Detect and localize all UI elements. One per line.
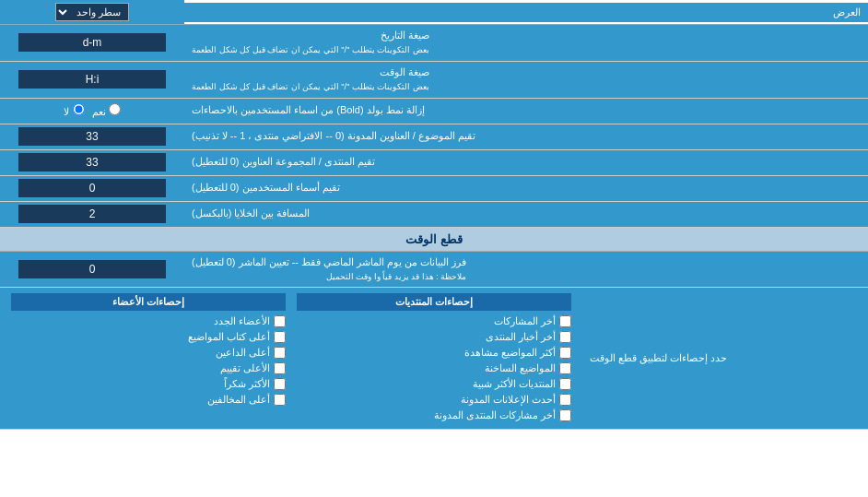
stats-col-members: إحصاءات الأعضاء الأعضاء الجدد أعلى كتاب …	[6, 291, 291, 425]
stats-checkbox-member-2[interactable]	[274, 331, 286, 343]
bold-remove-radio-cell: نعم لا	[0, 99, 184, 124]
stats-item-member-6: أعلى المخالفين	[11, 392, 286, 408]
cell-spacing-label-text: المسافة بين الخلايا (بالبكسل)	[192, 207, 311, 220]
stats-checkbox-forum-6[interactable]	[559, 394, 571, 406]
stats-checkbox-member-1[interactable]	[274, 315, 286, 327]
stats-checkbox-member-4[interactable]	[274, 362, 286, 374]
stats-item-member-4: الأعلى تقييم	[11, 361, 286, 376]
topic-sort-label: تقيم الموضوع / العناوين المدونة (0 -- ال…	[184, 124, 868, 149]
stats-item-member-2: أعلى كتاب المواضيع	[11, 329, 286, 345]
forum-sort-input-cell	[0, 150, 184, 175]
stats-col-members-header: إحصاءات الأعضاء	[11, 293, 286, 311]
stats-item-forum-2-label: أخر أخبار المنتدى	[486, 331, 556, 343]
cell-spacing-input[interactable]	[18, 205, 166, 223]
cutoff-days-input-cell	[0, 252, 184, 288]
user-sort-label: تقيم أسماء المستخدمين (0 للتعطيل)	[184, 176, 868, 201]
stats-item-forum-3: أكثر المواضيع مشاهدة	[297, 345, 571, 361]
cell-spacing-label: المسافة بين الخلايا (بالبكسل)	[184, 202, 868, 227]
time-format-input-cell	[0, 62, 184, 98]
stats-item-forum-4-label: المواضيع الساخنة	[485, 362, 556, 374]
stats-checkbox-forum-4[interactable]	[559, 362, 571, 374]
time-format-label: صيغة الوقتبعض التكوينات يتطلب "/" التي ي…	[184, 62, 868, 98]
stats-item-forum-4: المواضيع الساخنة	[297, 361, 571, 376]
bold-remove-yes-label: نعم	[92, 103, 121, 118]
date-format-label: صيغة التاريخبعض التكوينات يتطلب "/" التي…	[184, 25, 868, 61]
topic-sort-label-text: تقيم الموضوع / العناوين المدونة (0 -- ال…	[192, 129, 475, 143]
stats-checkbox-forum-1[interactable]	[559, 315, 571, 327]
bold-remove-yes-radio[interactable]	[109, 103, 121, 115]
date-format-row: صيغة التاريخبعض التكوينات يتطلب "/" التي…	[0, 25, 868, 62]
cutoff-days-label: فرز البيانات من يوم الماشر الماضي فقط --…	[184, 252, 868, 288]
stats-item-member-6-label: أعلى المخالفين	[207, 394, 270, 406]
stats-item-member-3: أعلى الداعين	[11, 345, 286, 361]
user-sort-label-text: تقيم أسماء المستخدمين (0 للتعطيل)	[192, 181, 340, 195]
time-format-input[interactable]	[18, 70, 166, 89]
stats-item-forum-1: أخر المشاركات	[297, 314, 571, 329]
stats-section-label: حدد إحصاءات لتطبيق قطع الوقت	[582, 288, 868, 429]
forum-sort-input[interactable]	[18, 153, 166, 172]
display-row: العرض سطر واحد سطران ثلاثة أسطر	[0, 0, 868, 25]
stats-checkbox-member-3[interactable]	[274, 347, 286, 359]
stats-checkbox-forum-2[interactable]	[559, 331, 571, 343]
display-select-cell: سطر واحد سطران ثلاثة أسطر	[0, 0, 184, 24]
cutoff-section-title: قطع الوقت	[405, 232, 463, 246]
stats-item-forum-5: المنتديات الأكثر شبية	[297, 376, 571, 392]
stats-item-forum-7-label: أخر مشاركات المنتدى المدونة	[434, 409, 556, 421]
cell-spacing-input-cell	[0, 202, 184, 227]
stats-item-forum-2: أخر أخبار المنتدى	[297, 329, 571, 345]
stats-section-row: حدد إحصاءات لتطبيق قطع الوقت إحصاءات الم…	[0, 288, 868, 430]
cutoff-days-label-text: فرز البيانات من يوم الماشر الماضي فقط --…	[192, 255, 466, 284]
date-format-input-cell	[0, 25, 184, 61]
stats-checkbox-member-5[interactable]	[274, 378, 286, 390]
cutoff-days-input[interactable]	[18, 260, 166, 278]
stats-item-forum-1-label: أخر المشاركات	[494, 315, 556, 327]
stats-section-label-text: حدد إحصاءات لتطبيق قطع الوقت	[590, 351, 727, 365]
stats-checkbox-member-6[interactable]	[274, 394, 286, 406]
display-select[interactable]: سطر واحد سطران ثلاثة أسطر	[55, 3, 129, 21]
date-format-input[interactable]	[18, 33, 166, 52]
bold-remove-no-text: لا	[64, 106, 69, 117]
stats-item-member-3-label: أعلى الداعين	[216, 347, 270, 359]
forum-sort-label-text: تقيم المنتدى / المجموعة العناوين (0 للتع…	[192, 155, 375, 169]
bold-remove-row: إزالة نمط بولد (Bold) من اسماء المستخدمي…	[0, 99, 868, 124]
stats-columns-container: إحصاءات المنتديات أخر المشاركات أخر أخبا…	[0, 288, 582, 429]
time-format-row: صيغة الوقتبعض التكوينات يتطلب "/" التي ي…	[0, 62, 868, 99]
user-sort-row: تقيم أسماء المستخدمين (0 للتعطيل)	[0, 176, 868, 202]
stats-cols: إحصاءات المنتديات أخر المشاركات أخر أخبا…	[6, 291, 577, 425]
stats-item-member-1-label: الأعضاء الجدد	[214, 315, 270, 327]
topic-sort-input[interactable]	[18, 127, 166, 146]
stats-item-forum-5-label: المنتديات الأكثر شبية	[473, 378, 556, 390]
forum-sort-row: تقيم المنتدى / المجموعة العناوين (0 للتع…	[0, 150, 868, 176]
bold-remove-no-label: لا	[64, 103, 84, 118]
stats-col-forums: إحصاءات المنتديات أخر المشاركات أخر أخبا…	[291, 291, 577, 425]
stats-checkbox-forum-3[interactable]	[559, 347, 571, 359]
stats-item-forum-3-label: أكثر المواضيع مشاهدة	[464, 347, 556, 359]
stats-checkbox-forum-5[interactable]	[559, 378, 571, 390]
bold-remove-yes-text: نعم	[92, 106, 106, 117]
cell-spacing-row: المسافة بين الخلايا (بالبكسل)	[0, 202, 868, 228]
time-format-label-text: صيغة الوقتبعض التكوينات يتطلب "/" التي ي…	[192, 65, 429, 94]
stats-item-member-5-label: الأكثر شكراً	[224, 378, 270, 390]
cutoff-days-row: فرز البيانات من يوم الماشر الماضي فقط --…	[0, 252, 868, 289]
stats-item-member-4-label: الأعلى تقييم	[220, 362, 270, 374]
stats-item-forum-7: أخر مشاركات المنتدى المدونة	[297, 408, 571, 423]
settings-container: العرض سطر واحد سطران ثلاثة أسطر صيغة الت…	[0, 0, 868, 430]
user-sort-input[interactable]	[18, 179, 166, 197]
topic-sort-input-cell	[0, 124, 184, 149]
stats-item-member-5: الأكثر شكراً	[11, 376, 286, 392]
stats-item-forum-6: أحدث الإعلانات المدونة	[297, 392, 571, 408]
display-label: العرض	[184, 3, 868, 22]
date-format-label-text: صيغة التاريخبعض التكوينات يتطلب "/" التي…	[192, 29, 429, 57]
topic-sort-row: تقيم الموضوع / العناوين المدونة (0 -- ال…	[0, 124, 868, 150]
stats-item-member-1: الأعضاء الجدد	[11, 314, 286, 329]
bold-remove-label: إزالة نمط بولد (Bold) من اسماء المستخدمي…	[184, 99, 868, 124]
bold-remove-label-text: إزالة نمط بولد (Bold) من اسماء المستخدمي…	[192, 103, 425, 117]
user-sort-input-cell	[0, 176, 184, 201]
stats-item-member-2-label: أعلى كتاب المواضيع	[188, 331, 270, 343]
stats-item-forum-6-label: أحدث الإعلانات المدونة	[461, 394, 556, 406]
stats-col-forums-header: إحصاءات المنتديات	[297, 293, 571, 311]
bold-remove-no-radio[interactable]	[73, 103, 85, 115]
forum-sort-label: تقيم المنتدى / المجموعة العناوين (0 للتع…	[184, 150, 868, 175]
stats-checkbox-forum-7[interactable]	[559, 409, 571, 421]
cutoff-section-header: قطع الوقت	[0, 228, 868, 252]
